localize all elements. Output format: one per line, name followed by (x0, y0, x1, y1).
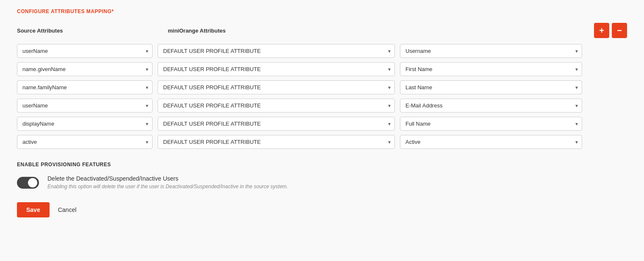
middle-select[interactable]: DEFAULT USER PROFILE ATTRIBUTE (158, 44, 395, 58)
middle-select-wrapper: DEFAULT USER PROFILE ATTRIBUTE (158, 80, 395, 94)
right-select-wrapper: UsernameFirst NameLast NameE-Mail Addres… (400, 135, 582, 149)
toggle-label[interactable] (17, 177, 39, 189)
page-container: CONFIGURE ATTRIBUTES MAPPING* Source Att… (0, 0, 644, 226)
cancel-button[interactable]: Cancel (55, 202, 80, 217)
right-select[interactable]: UsernameFirst NameLast NameE-Mail Addres… (400, 62, 582, 76)
middle-select[interactable]: DEFAULT USER PROFILE ATTRIBUTE (158, 62, 395, 76)
middle-select-wrapper: DEFAULT USER PROFILE ATTRIBUTE (158, 99, 395, 113)
toggle-track (17, 177, 39, 189)
source-col-header: Source Attributes (17, 27, 153, 34)
save-button[interactable]: Save (17, 202, 50, 217)
source-select[interactable]: userNamename.givenNamename.familyNameema… (17, 80, 153, 94)
source-select-wrapper: userNamename.givenNamename.familyNameema… (17, 117, 153, 131)
provisioning-title: ENABLE PROVISIONING FEATURES (17, 162, 627, 168)
right-select[interactable]: UsernameFirst NameLast NameE-Mail Addres… (400, 99, 582, 113)
right-select[interactable]: UsernameFirst NameLast NameE-Mail Addres… (400, 135, 582, 149)
source-select[interactable]: userNamename.givenNamename.familyNameema… (17, 117, 153, 131)
table-row: userNamename.givenNamename.familyNameema… (17, 44, 627, 58)
table-row: userNamename.givenNamename.familyNameema… (17, 135, 627, 149)
right-select-wrapper: UsernameFirst NameLast NameE-Mail Addres… (400, 44, 582, 58)
add-row-button[interactable]: + (594, 23, 609, 38)
right-select[interactable]: UsernameFirst NameLast NameE-Mail Addres… (400, 117, 582, 131)
source-select-wrapper: userNamename.givenNamename.familyNameema… (17, 62, 153, 76)
right-select-wrapper: UsernameFirst NameLast NameE-Mail Addres… (400, 117, 582, 131)
middle-select-wrapper: DEFAULT USER PROFILE ATTRIBUTE (158, 62, 395, 76)
table-row: userNamename.givenNamename.familyNameema… (17, 80, 627, 94)
provisioning-sub-text: Enabling this option will delete the use… (47, 184, 627, 190)
table-row: userNamename.givenNamename.familyNameema… (17, 99, 627, 113)
middle-select[interactable]: DEFAULT USER PROFILE ATTRIBUTE (158, 99, 395, 113)
table-row: userNamename.givenNamename.familyNameema… (17, 62, 627, 76)
right-select-wrapper: UsernameFirst NameLast NameE-Mail Addres… (400, 99, 582, 113)
source-select[interactable]: userNamename.givenNamename.familyNameema… (17, 99, 153, 113)
mini-col-header: miniOrange Attributes (168, 27, 405, 34)
right-select-wrapper: UsernameFirst NameLast NameE-Mail Addres… (400, 62, 582, 76)
middle-select-wrapper: DEFAULT USER PROFILE ATTRIBUTE (158, 44, 395, 58)
provisioning-main-text: Delete the Deactivated/Suspended/Inactiv… (47, 175, 627, 182)
middle-select[interactable]: DEFAULT USER PROFILE ATTRIBUTE (158, 135, 395, 149)
footer-buttons: Save Cancel (17, 202, 627, 217)
middle-select[interactable]: DEFAULT USER PROFILE ATTRIBUTE (158, 117, 395, 131)
provisioning-text: Delete the Deactivated/Suspended/Inactiv… (47, 175, 627, 190)
source-select-wrapper: userNamename.givenNamename.familyNameema… (17, 80, 153, 94)
right-select[interactable]: UsernameFirst NameLast NameE-Mail Addres… (400, 80, 582, 94)
add-remove-buttons: + − (594, 23, 627, 38)
provisioning-row: Delete the Deactivated/Suspended/Inactiv… (17, 175, 627, 190)
source-select[interactable]: userNamename.givenNamename.familyNameema… (17, 44, 153, 58)
source-select-wrapper: userNamename.givenNamename.familyNameema… (17, 44, 153, 58)
toggle-thumb (28, 178, 37, 187)
attributes-header: Source Attributes miniOrange Attributes … (17, 23, 627, 38)
right-select-wrapper: UsernameFirst NameLast NameE-Mail Addres… (400, 80, 582, 94)
middle-select-wrapper: DEFAULT USER PROFILE ATTRIBUTE (158, 117, 395, 131)
middle-select[interactable]: DEFAULT USER PROFILE ATTRIBUTE (158, 80, 395, 94)
toggle-wrapper[interactable] (17, 177, 39, 189)
source-select-wrapper: userNamename.givenNamename.familyNameema… (17, 135, 153, 149)
source-select[interactable]: userNamename.givenNamename.familyNameema… (17, 62, 153, 76)
source-select-wrapper: userNamename.givenNamename.familyNameema… (17, 99, 153, 113)
remove-row-button[interactable]: − (612, 23, 627, 38)
provisioning-section: ENABLE PROVISIONING FEATURES Delete the … (17, 162, 627, 190)
section-title: CONFIGURE ATTRIBUTES MAPPING* (17, 8, 627, 14)
source-select[interactable]: userNamename.givenNamename.familyNameema… (17, 135, 153, 149)
middle-select-wrapper: DEFAULT USER PROFILE ATTRIBUTE (158, 135, 395, 149)
mapping-rows: userNamename.givenNamename.familyNameema… (17, 44, 627, 149)
table-row: userNamename.givenNamename.familyNameema… (17, 117, 627, 131)
right-select[interactable]: UsernameFirst NameLast NameE-Mail Addres… (400, 44, 582, 58)
